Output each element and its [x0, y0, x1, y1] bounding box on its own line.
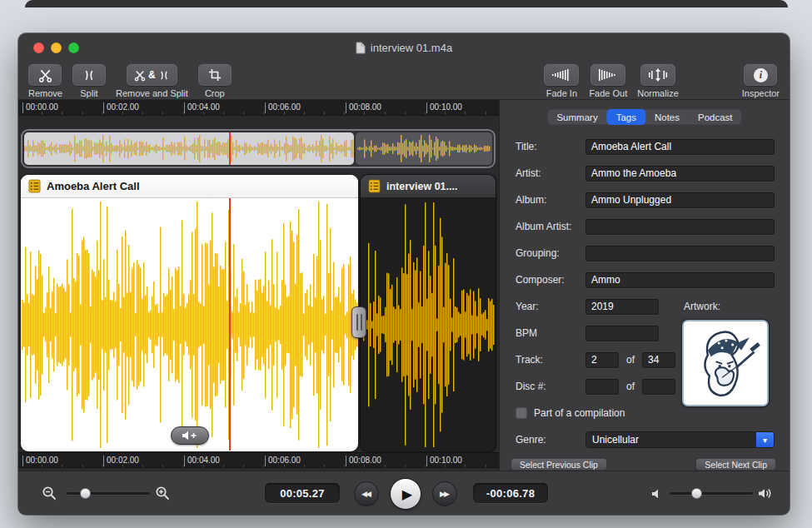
volume-slider-thumb[interactable] [691, 488, 702, 499]
composer-field[interactable]: Ammo [585, 272, 775, 288]
year-label: Year: [516, 301, 585, 312]
album-field[interactable]: Ammo Unplugged [585, 192, 775, 208]
ruler-time-label: 00:06.00 [265, 456, 301, 466]
tab-podcast[interactable]: Podcast [689, 109, 742, 125]
ruler-time-label: 00:00.00 [22, 456, 58, 466]
overview-clip1-region[interactable] [24, 132, 354, 165]
disc-of-label: of [626, 381, 635, 392]
clip2-title: interview 01.... [386, 181, 457, 192]
audio-clip-icon [368, 179, 381, 193]
chevron-down-icon[interactable]: ▾ [756, 432, 774, 447]
tab-summary[interactable]: Summary [547, 109, 606, 125]
tab-notes[interactable]: Notes [645, 109, 689, 125]
clip1-header[interactable]: Amoeba Alert Call [21, 175, 358, 198]
traffic-lights [33, 42, 79, 53]
play-button[interactable]: ▶ [390, 478, 421, 510]
track-total-field[interactable]: 34 [642, 352, 675, 368]
normalize-icon [648, 68, 668, 82]
disc-total-field[interactable] [642, 379, 675, 395]
fast-forward-button[interactable]: ▶▶ [432, 481, 457, 506]
fade-out-icon [598, 68, 618, 82]
artwork-well[interactable] [682, 320, 769, 406]
audio-clip-icon [28, 179, 41, 193]
crop-button[interactable]: Crop [198, 64, 232, 98]
titlebar[interactable]: interview 01.m4a [18, 33, 790, 62]
tab-tags[interactable]: Tags [607, 109, 645, 125]
clip2-waveform-area[interactable] [361, 198, 496, 451]
artist-field[interactable]: Ammo the Amoeba [585, 166, 775, 182]
album-artist-field[interactable] [585, 219, 775, 235]
zoom-out-icon[interactable] [42, 486, 57, 501]
select-next-clip-button[interactable]: Select Next Clip [695, 458, 776, 471]
track-number-field[interactable]: 2 [585, 352, 619, 368]
volume-slider[interactable] [670, 488, 753, 499]
artwork-image [684, 321, 767, 405]
compilation-checkbox[interactable] [516, 407, 527, 419]
title-field[interactable]: Amoeba Alert Call [585, 139, 775, 155]
year-field[interactable]: 2019 [585, 299, 659, 315]
remove-and-split-button[interactable]: & Remove and Split [116, 64, 188, 98]
toolbar: Remove Split & Remove and Split [18, 62, 790, 100]
bpm-field[interactable] [585, 326, 659, 341]
genre-dropdown[interactable]: Unicellular ▾ [585, 431, 775, 448]
remove-button[interactable]: Remove [28, 64, 62, 98]
overview-playhead[interactable] [229, 132, 231, 165]
split-icon [158, 69, 170, 82]
info-icon: i [754, 68, 768, 82]
playhead[interactable] [229, 198, 231, 451]
grouping-field[interactable] [585, 246, 775, 262]
zoom-slider-track[interactable] [67, 492, 150, 495]
remaining-time-display: -00:06.78 [473, 483, 548, 503]
ruler-time-label: 00:04.00 [184, 102, 220, 113]
close-button[interactable] [33, 42, 44, 53]
waveform-clip1 [22, 200, 358, 450]
crop-label: Crop [205, 88, 225, 98]
fade-in-label: Fade In [546, 88, 577, 98]
volume-high-icon[interactable] [758, 487, 772, 500]
transport-bar: 00:05.27 ◀◀ ▶ ▶▶ -00:06.78 [18, 471, 790, 515]
rewind-button[interactable]: ◀◀ [354, 481, 379, 506]
zoom-slider[interactable] [67, 488, 150, 499]
fast-forward-icon: ▶▶ [440, 490, 448, 498]
app-window: interview 01.m4a Remove Split [18, 33, 790, 515]
volume-slider-track[interactable] [670, 492, 753, 495]
select-previous-clip-button[interactable]: Select Previous Clip [511, 458, 607, 471]
inspector-label: Inspector [742, 88, 780, 98]
zoom-in-icon[interactable] [155, 486, 171, 501]
zoom-slider-thumb[interactable] [80, 488, 91, 499]
grouping-label: Grouping: [516, 247, 585, 259]
fade-in-button[interactable]: Fade In [544, 64, 579, 98]
timeline-ruler-bottom[interactable]: 00:00.0000:02.0000:04.0000:06.0000:08.00… [18, 452, 499, 468]
album-artist-label: Album Artist: [516, 221, 585, 232]
split-label: Split [80, 88, 97, 98]
split-button[interactable]: Split [72, 64, 106, 98]
normalize-button[interactable]: Normalize [637, 64, 679, 98]
clip2-header[interactable]: interview 01.... [361, 175, 496, 198]
ruler-time-label: 00:08.00 [346, 102, 381, 113]
composer-label: Composer: [516, 274, 585, 286]
overview-clip2-region[interactable] [356, 132, 492, 165]
ruler-time-label: 00:00.00 [22, 102, 58, 113]
clip1-waveform-area[interactable] [21, 198, 358, 451]
clip-gain-button[interactable] [171, 426, 209, 445]
zoom-button[interactable] [68, 42, 79, 53]
clip-amoeba-alert-call[interactable]: Amoeba Alert Call [21, 175, 358, 451]
minimize-button[interactable] [51, 42, 62, 53]
timeline-ruler-top[interactable]: 00:00.0000:02.0000:04.0000:06.0000:08.00… [18, 100, 499, 116]
overview-waveform-clip2 [357, 133, 491, 164]
ruler-time-label: 00:06.00 [265, 102, 301, 113]
clip-interview[interactable]: interview 01.... [361, 175, 496, 451]
ruler-time-label: 00:10.00 [426, 102, 462, 113]
album-label: Album: [516, 194, 585, 206]
compilation-label: Part of a compilation [534, 407, 625, 419]
window-title-text: interview 01.m4a [371, 42, 452, 54]
disc-number-field[interactable] [585, 379, 619, 395]
genre-value: Unicellular [586, 432, 756, 447]
inspector-button[interactable]: i Inspector [742, 64, 780, 98]
volume-low-icon[interactable] [651, 489, 663, 499]
fade-out-button[interactable]: Fade Out [589, 64, 627, 98]
overview-strip[interactable] [21, 129, 496, 168]
ampersand-glyph: & [148, 69, 156, 81]
clip-boundary-handle[interactable] [351, 306, 366, 338]
remove-label: Remove [28, 88, 62, 98]
